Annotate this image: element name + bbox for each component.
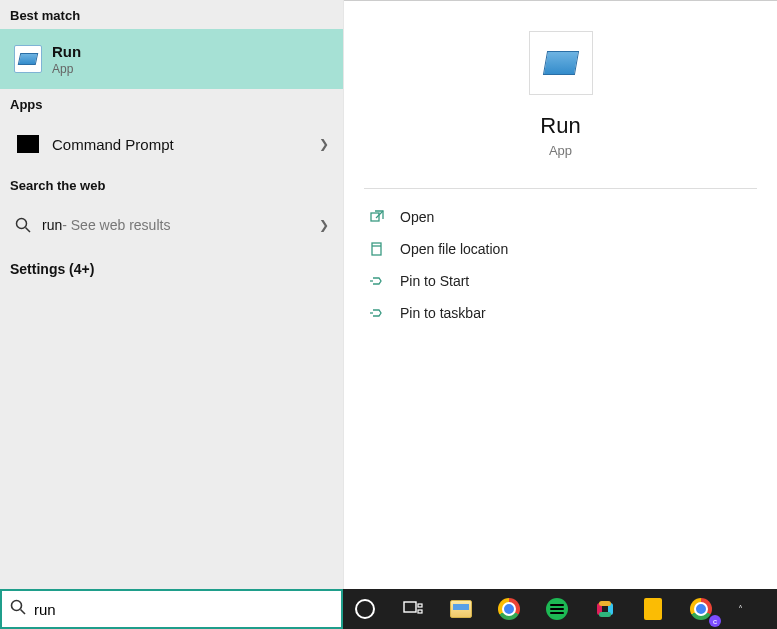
keep-icon bbox=[644, 598, 662, 620]
svg-rect-10 bbox=[418, 610, 422, 613]
pin-icon bbox=[366, 274, 388, 288]
result-command-prompt[interactable]: Command Prompt ❯ bbox=[0, 118, 343, 170]
spotify-button[interactable] bbox=[541, 593, 573, 625]
action-pin-start-label: Pin to Start bbox=[400, 273, 469, 289]
action-pin-taskbar[interactable]: Pin to taskbar bbox=[352, 297, 769, 329]
svg-rect-3 bbox=[372, 243, 381, 255]
chevron-right-icon: ❯ bbox=[319, 218, 329, 232]
svg-rect-8 bbox=[404, 602, 416, 612]
chevron-right-icon: ❯ bbox=[319, 137, 329, 151]
result-settings-group[interactable]: Settings (4+) bbox=[0, 251, 343, 287]
spotify-icon bbox=[546, 598, 568, 620]
action-open-file-location-label: Open file location bbox=[400, 241, 508, 257]
slack-icon bbox=[594, 598, 616, 620]
result-best-match-run[interactable]: Run App bbox=[0, 29, 343, 89]
taskbar-search-box[interactable] bbox=[0, 589, 343, 629]
file-explorer-button[interactable] bbox=[445, 593, 477, 625]
search-icon bbox=[10, 207, 36, 243]
cortana-icon bbox=[355, 599, 375, 619]
tray-overflow-button[interactable]: ˄ bbox=[733, 604, 747, 615]
chrome-icon bbox=[690, 598, 712, 620]
svg-line-7 bbox=[21, 610, 26, 615]
task-view-button[interactable] bbox=[397, 593, 429, 625]
open-icon bbox=[366, 210, 388, 224]
action-pin-start[interactable]: Pin to Start bbox=[352, 265, 769, 297]
preview-divider bbox=[364, 188, 757, 189]
svg-point-6 bbox=[12, 601, 22, 611]
preview-subtitle: App bbox=[549, 143, 572, 158]
chrome-button[interactable] bbox=[493, 593, 525, 625]
search-results-pane: Best match Run App Apps Command Prompt ❯… bbox=[0, 0, 777, 589]
keep-button[interactable] bbox=[637, 593, 669, 625]
svg-rect-9 bbox=[418, 604, 422, 607]
command-prompt-label: Command Prompt bbox=[52, 136, 174, 153]
task-view-icon bbox=[403, 601, 423, 617]
best-match-title: Run bbox=[52, 43, 81, 60]
chrome-icon bbox=[498, 598, 520, 620]
file-explorer-icon bbox=[450, 600, 472, 618]
chrome-profile-button[interactable]: c bbox=[685, 593, 717, 625]
run-app-icon bbox=[10, 41, 46, 77]
taskbar: c ˄ bbox=[0, 589, 777, 629]
preview-app-icon bbox=[529, 31, 593, 95]
result-search-web[interactable]: run - See web results ❯ bbox=[0, 199, 343, 251]
group-header-best-match: Best match bbox=[0, 0, 343, 29]
slack-button[interactable] bbox=[589, 593, 621, 625]
profile-badge: c bbox=[709, 615, 721, 627]
preview-title: Run bbox=[540, 113, 580, 139]
svg-point-0 bbox=[17, 219, 27, 229]
action-open-file-location[interactable]: Open file location bbox=[352, 233, 769, 265]
group-header-search-web: Search the web bbox=[0, 170, 343, 199]
taskbar-apps: c ˄ bbox=[343, 589, 777, 629]
results-left-column: Best match Run App Apps Command Prompt ❯… bbox=[0, 0, 343, 589]
search-icon bbox=[10, 599, 26, 619]
pin-icon bbox=[366, 306, 388, 320]
search-input[interactable] bbox=[34, 601, 333, 618]
folder-icon bbox=[366, 242, 388, 256]
web-term: run bbox=[42, 217, 62, 233]
best-match-subtitle: App bbox=[52, 62, 81, 76]
action-open-label: Open bbox=[400, 209, 434, 225]
svg-line-1 bbox=[26, 228, 31, 233]
action-open[interactable]: Open bbox=[352, 201, 769, 233]
command-prompt-icon bbox=[10, 126, 46, 162]
web-tail: - See web results bbox=[62, 217, 170, 233]
cortana-button[interactable] bbox=[349, 593, 381, 625]
group-header-apps: Apps bbox=[0, 89, 343, 118]
preview-panel: Run App Open Open file location P bbox=[343, 0, 777, 589]
action-pin-taskbar-label: Pin to taskbar bbox=[400, 305, 486, 321]
